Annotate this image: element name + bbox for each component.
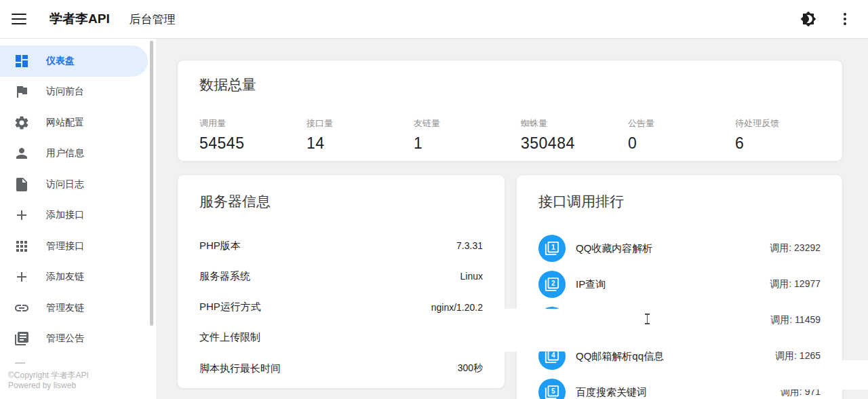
- api-name: QQ邮箱解析qq信息: [576, 350, 664, 363]
- svg-text:1: 1: [551, 244, 555, 251]
- gear-icon: [14, 115, 30, 131]
- sidebar-item-label: 网站配置: [46, 117, 84, 129]
- apps-grid-icon: [14, 238, 30, 254]
- theme-toggle-icon[interactable]: [800, 11, 816, 27]
- server-card-title: 服务器信息: [199, 191, 483, 212]
- stat-calls: 调用量 54545: [199, 117, 307, 153]
- sidebar-item-label: 用户信息: [46, 147, 84, 159]
- copyright-line: ©Copyright 学者李API: [8, 370, 89, 381]
- main-content: 数据总量 调用量 54545 接口量 14 友链量 1 蜘蛛量 350484 公…: [156, 39, 868, 399]
- person-icon: [14, 145, 30, 162]
- stats-card-title: 数据总量: [199, 75, 821, 95]
- sidebar-scrollbar-thumb[interactable]: [150, 41, 153, 326]
- app-title: 学者李API: [50, 10, 110, 28]
- rank-1-icon: 1: [538, 235, 566, 262]
- api-call-count: 调用: 12977: [770, 278, 821, 290]
- sidebar: 仪表盘 访问前台 网站配置 用户信息 访问日志 添加接口 管理接口 添加友链: [0, 39, 156, 399]
- stat-spiders: 蜘蛛量 350484: [521, 117, 628, 153]
- sidebar-item-access-log[interactable]: 访问日志: [0, 169, 148, 200]
- nav-backend-management[interactable]: 后台管理: [130, 12, 176, 27]
- sidebar-item-site-config[interactable]: 网站配置: [0, 107, 148, 138]
- sidebar-item-user-info[interactable]: 用户信息: [0, 138, 148, 170]
- text-cursor: [645, 314, 650, 324]
- censor-block: [743, 360, 868, 390]
- rank-5-icon: 5: [538, 379, 566, 399]
- server-row-max-exec-time: 脚本执行最长时间 300秒: [199, 362, 483, 375]
- flag-icon: [14, 83, 30, 100]
- plus-icon: [14, 207, 30, 223]
- document-icon: [14, 176, 30, 193]
- sidebar-copyright: ©Copyright 学者李API Powered by lisweb: [8, 370, 89, 390]
- sidebar-item-visit-frontend[interactable]: 访问前台: [0, 77, 148, 108]
- stat-apis: 接口量 14: [307, 117, 414, 153]
- sidebar-divider: [15, 362, 25, 364]
- link-icon: [14, 300, 30, 316]
- sidebar-item-label: 仪表盘: [46, 55, 75, 67]
- ranking-row: 1 QQ收藏内容解析 调用: 23292: [538, 235, 821, 262]
- ranking-row: 2 IP查询 调用: 12977: [538, 271, 821, 298]
- top-app-bar: 学者李API 后台管理: [0, 0, 868, 39]
- svg-text:2: 2: [551, 280, 555, 287]
- api-name: QQ收藏内容解析: [576, 242, 652, 255]
- ranking-card-title: 接口调用排行: [538, 191, 821, 212]
- server-row-upload-limit: 文件上传限制: [199, 331, 483, 345]
- stat-pending-feedback: 待处理反馈 6: [735, 117, 842, 153]
- sidebar-item-label: 访问前台: [46, 86, 84, 98]
- svg-text:4: 4: [551, 352, 555, 359]
- server-row-os: 服务器系统 Linux: [199, 269, 483, 283]
- sidebar-item-add-api[interactable]: 添加接口: [0, 200, 148, 231]
- stat-friendlinks: 友链量 1: [414, 117, 521, 153]
- powered-by-line: Powered by lisweb: [8, 381, 89, 391]
- censor-block: [505, 309, 755, 352]
- overflow-menu-icon[interactable]: [837, 11, 853, 27]
- server-row-php-version: PHP版本 7.3.31: [199, 239, 483, 252]
- sidebar-item-manage-api[interactable]: 管理接口: [0, 231, 148, 262]
- dashboard-icon: [14, 53, 30, 69]
- api-name: 百度搜索关键词: [576, 386, 647, 399]
- menu-icon[interactable]: [12, 10, 26, 28]
- library-books-icon: [14, 330, 30, 347]
- server-row-php-sapi: PHP运行方式 nginx/1.20.2: [199, 301, 483, 314]
- server-info-card: 服务器信息 PHP版本 7.3.31 服务器系统 Linux PHP运行方式 n…: [177, 174, 505, 389]
- plus-icon: [14, 269, 30, 285]
- sidebar-item-label: 管理接口: [46, 240, 84, 252]
- sidebar-item-manage-friendlink[interactable]: 管理友链: [0, 292, 148, 324]
- sidebar-item-add-friendlink[interactable]: 添加友链: [0, 262, 148, 293]
- sidebar-item-label: 管理友链: [46, 302, 84, 314]
- rank-2-icon: 2: [538, 271, 566, 298]
- api-name: IP查询: [576, 278, 606, 291]
- api-call-count: 调用: 23292: [770, 242, 821, 254]
- stat-announcements: 公告量 0: [628, 117, 735, 153]
- sidebar-item-label: 添加友链: [46, 271, 84, 283]
- api-call-count: 调用: 11459: [770, 314, 821, 326]
- sidebar-item-dashboard[interactable]: 仪表盘: [0, 45, 148, 77]
- sidebar-item-label: 添加接口: [46, 209, 84, 221]
- sidebar-item-label: 访问日志: [46, 178, 84, 191]
- sidebar-item-label: 管理公告: [46, 332, 84, 345]
- sidebar-item-manage-announcement[interactable]: 管理公告: [0, 324, 148, 355]
- stats-card: 数据总量 调用量 54545 接口量 14 友链量 1 蜘蛛量 350484 公…: [177, 60, 843, 162]
- svg-text:5: 5: [551, 387, 555, 395]
